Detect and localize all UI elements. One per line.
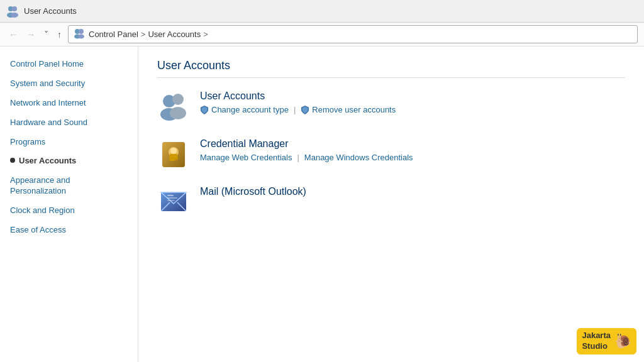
user-accounts-row: User Accounts Change account type | xyxy=(157,90,625,123)
svg-point-3 xyxy=(11,13,18,18)
title-bar-icon xyxy=(6,5,19,18)
mail-title[interactable]: Mail (Microsoft Outlook) xyxy=(200,186,625,197)
credential-manager-icon xyxy=(157,138,190,171)
sidebar-item-system-security[interactable]: System and Security xyxy=(10,79,128,89)
sidebar-item-hardware-sound[interactable]: Hardware and Sound xyxy=(10,118,128,128)
section-title: User Accounts xyxy=(157,59,625,78)
forward-button[interactable]: → xyxy=(24,28,38,41)
change-account-type-link[interactable]: Change account type xyxy=(200,105,289,114)
sidebar-item-appearance[interactable]: Appearance and Personalization xyxy=(10,175,128,197)
manage-windows-credentials-link[interactable]: Manage Windows Credentials xyxy=(304,153,413,162)
svg-rect-25 xyxy=(167,195,174,196)
title-bar: User Accounts xyxy=(0,0,644,23)
user-accounts-details: User Accounts Change account type | xyxy=(200,90,625,114)
user-accounts-title: User Accounts xyxy=(200,90,625,102)
mail-icon xyxy=(157,186,190,219)
active-indicator-dot xyxy=(10,158,15,163)
credential-manager-details: Credential Manager Manage Web Credential… xyxy=(200,138,625,162)
credential-manager-row: Credential Manager Manage Web Credential… xyxy=(157,138,625,171)
sidebar-item-clock-region[interactable]: Clock and Region xyxy=(10,206,128,216)
svg-point-11 xyxy=(170,107,186,119)
sidebar-item-programs[interactable]: Programs xyxy=(10,137,128,148)
content-area: User Accounts User Accounts xyxy=(138,47,644,362)
watermark: Jakarta Studio 🐌 xyxy=(577,328,636,354)
breadcrumb-user-accounts[interactable]: User Accounts xyxy=(148,30,201,39)
svg-rect-18 xyxy=(170,156,177,158)
svg-point-1 xyxy=(12,6,17,11)
manage-web-credentials-link[interactable]: Manage Web Credentials xyxy=(200,153,292,162)
svg-point-5 xyxy=(79,29,84,34)
watermark-line1: Jakarta xyxy=(582,331,611,341)
remove-user-accounts-link[interactable]: Remove user accounts xyxy=(301,105,396,114)
svg-point-7 xyxy=(78,35,84,39)
svg-point-16 xyxy=(170,148,177,154)
svg-rect-17 xyxy=(170,154,177,156)
mail-row: Mail (Microsoft Outlook) xyxy=(157,186,625,219)
address-box[interactable]: Control Panel > User Accounts > xyxy=(68,25,638,43)
sidebar-item-control-panel-home[interactable]: Control Panel Home xyxy=(10,59,128,70)
dropdown-button[interactable]: ˅ xyxy=(42,28,51,41)
credential-manager-title: Credential Manager xyxy=(200,138,625,150)
address-bar: ← → ˅ ↑ Control Panel > User Accounts > xyxy=(0,23,644,47)
sidebar: Control Panel Home System and Security N… xyxy=(0,47,138,362)
svg-rect-27 xyxy=(167,200,175,201)
up-button[interactable]: ↑ xyxy=(55,28,64,41)
user-accounts-icon xyxy=(157,90,190,123)
sidebar-item-ease-access[interactable]: Ease of Access xyxy=(10,225,128,236)
user-accounts-links: Change account type | Remove user accoun… xyxy=(200,105,625,114)
svg-point-9 xyxy=(172,94,184,105)
mail-details: Mail (Microsoft Outlook) xyxy=(200,186,625,200)
breadcrumb-control-panel[interactable]: Control Panel xyxy=(89,30,138,39)
credential-manager-links: Manage Web Credentials | Manage Windows … xyxy=(200,153,625,162)
svg-rect-19 xyxy=(170,159,175,161)
sidebar-item-network-internet[interactable]: Network and Internet xyxy=(10,98,128,109)
watermark-snail-icon: 🐌 xyxy=(614,333,631,349)
breadcrumb-icon xyxy=(74,28,85,41)
title-bar-title: User Accounts xyxy=(24,6,77,16)
svg-rect-26 xyxy=(167,197,177,199)
sidebar-item-user-accounts: User Accounts xyxy=(10,156,128,167)
watermark-line2: Studio xyxy=(582,341,611,352)
breadcrumb-path: Control Panel > User Accounts > xyxy=(89,30,208,39)
back-button[interactable]: ← xyxy=(6,28,20,41)
main-content: Control Panel Home System and Security N… xyxy=(0,47,644,362)
